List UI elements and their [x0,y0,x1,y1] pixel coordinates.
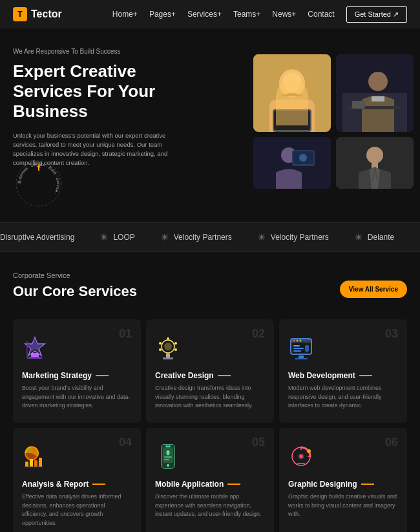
nav-home[interactable]: Home+ [112,10,138,19]
services-header: Corporate Service Our Core Services View… [13,271,407,313]
svg-rect-66 [164,459,169,460]
ticker-item-3: ✳ Velocity Partners [161,232,232,242]
services-grid: 01 Marketing Strategy Boost your brand's… [13,319,407,532]
svg-rect-41 [166,353,170,358]
ticker-label-4: Velocity Partners [271,233,329,242]
svg-rect-56 [30,459,33,467]
service-icon-creative [155,335,265,363]
ticker-label-5: Delante [368,233,394,242]
svg-point-63 [167,464,169,467]
logo-text: Tector [31,8,62,20]
service-name-3: Web Development [288,371,398,380]
ticker-bar: Disruptive Advertising ✳ LOOP ✳ Velocity… [0,222,420,252]
ticker-item-5: ✳ Delante [355,232,394,242]
svg-rect-49 [293,348,304,349]
service-card-3: 03 Web Development Modern web devel [279,319,407,423]
service-number-5: 05 [252,436,265,449]
svg-point-35 [167,337,169,340]
service-number-2: 02 [252,327,265,341]
hero-images [253,54,414,189]
svg-rect-42 [163,357,173,359]
nav-teams[interactable]: Teams+ [233,10,260,19]
hero-image-3 [253,137,331,189]
svg-point-34 [164,343,172,350]
svg-rect-51 [305,345,309,352]
svg-rect-73 [297,463,305,464]
service-desc-4: Effective data analysis drives informed … [22,493,132,527]
svg-point-46 [297,340,299,342]
hero-images-top-row [253,54,414,132]
service-card-5: 05 Mobile Application Discover the ultim… [146,428,274,532]
hero-title: Expert Creative Services For Your Busine… [13,61,187,122]
hero-image-4 [336,137,414,189]
hero-image-1 [253,54,331,132]
svg-rect-9 [372,96,384,101]
service-name-1: Marketing Strategy [22,371,132,380]
nav-links: Home+ Pages+ Services+ Teams+ News+ Cont… [112,6,407,23]
svg-point-37 [174,348,177,351]
svg-point-16 [299,154,307,162]
ticker-star-2: ✳ [100,232,108,242]
navbar: T Tector Home+ Pages+ Services+ Teams+ N… [0,0,420,28]
hero-content: We Are Responsive To Build Success Exper… [13,48,187,168]
svg-rect-11 [352,101,365,109]
nav-services[interactable]: Services+ [187,10,222,19]
ticker-item-2: ✳ LOOP [100,232,134,242]
ticker-star-3: ✳ [161,232,169,242]
nav-contact[interactable]: Contact [308,10,334,19]
view-all-button[interactable]: View All Service [340,281,407,298]
svg-point-40 [159,342,162,345]
ticker-label-1: Disruptive Advertising [0,233,74,242]
hero-subtitle: We Are Responsive To Build Success [13,48,187,55]
nav-news[interactable]: News+ [272,10,296,19]
service-card-4: 04 Analysis & Report Effective data anal… [13,428,141,532]
svg-point-1 [279,69,305,98]
svg-rect-65 [164,456,172,458]
circle-badge: Business · Service · Build · Service · [13,158,65,209]
svg-point-36 [174,342,177,345]
ticker-star-5: ✳ [355,232,362,242]
svg-point-5 [283,73,301,91]
svg-rect-4 [274,111,310,130]
svg-rect-50 [293,350,301,352]
ticker-item-4: ✳ Velocity Partners [258,232,329,242]
hero-image-2 [336,54,414,132]
logo[interactable]: T Tector [13,7,62,21]
service-desc-6: Graphic design builds creative visuals a… [288,493,398,519]
svg-rect-57 [34,460,37,467]
get-started-button[interactable]: Get Started ↗ [346,6,407,23]
svg-point-45 [293,340,295,342]
svg-rect-52 [299,356,304,358]
svg-rect-53 [295,358,308,359]
service-name-5: Mobile Application [155,480,265,489]
nav-pages[interactable]: Pages+ [149,10,176,19]
svg-point-39 [159,348,162,351]
service-icon-analysis [22,443,132,472]
svg-rect-64 [165,446,171,447]
service-icon-graphic [288,443,398,472]
service-number-6: 06 [385,436,398,449]
service-name-4: Analysis & Report [22,480,132,489]
service-desc-1: Boost your brand's visibility and engage… [22,384,132,410]
services-section: Corporate Service Our Core Services View… [0,252,420,532]
svg-point-47 [300,340,302,342]
service-desc-3: Modern web development combines responsi… [288,384,398,410]
svg-rect-0 [253,54,331,132]
hero-section: We Are Responsive To Build Success Exper… [0,28,420,222]
ticker-content: Disruptive Advertising ✳ LOOP ✳ Velocity… [0,232,420,242]
service-number-1: 01 [119,327,132,341]
service-card-2: 02 Creative Design Creative design trans… [146,319,274,423]
service-icon-web [288,335,398,363]
svg-point-18 [366,147,383,164]
service-name-2: Creative Design [155,371,265,380]
svg-point-8 [368,72,388,91]
service-desc-5: Discover the ultimate mobile app experie… [155,493,265,519]
service-icon-mobile [155,443,265,472]
service-icon-marketing [22,335,132,363]
svg-rect-58 [39,458,42,467]
svg-rect-74 [299,465,304,466]
svg-rect-48 [293,345,300,346]
ticker-label-3: Velocity Partners [174,233,232,242]
service-name-6: Graphic Designing [288,480,398,489]
service-number-3: 03 [385,327,398,341]
